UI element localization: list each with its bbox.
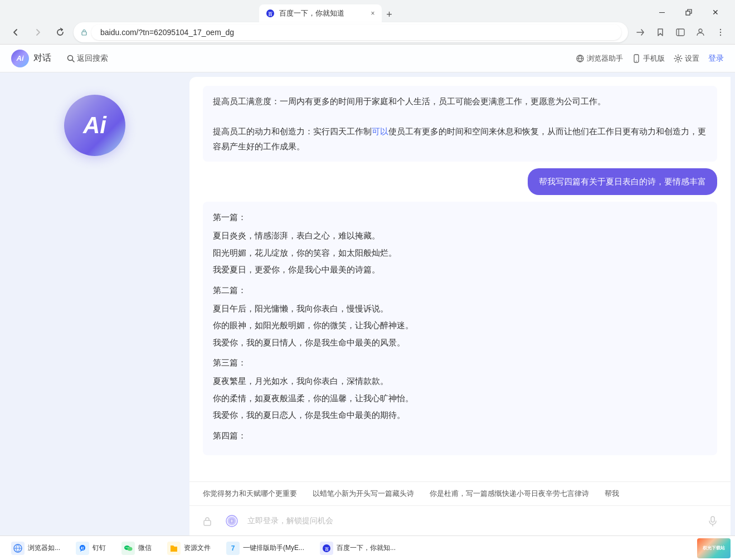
profile-icon[interactable] bbox=[693, 25, 708, 40]
suggestion-3[interactable]: 你是杜甫，写一篇感慨快递小哥日夜辛劳七言律诗 bbox=[425, 486, 593, 501]
mobile-version-button[interactable]: 手机版 bbox=[632, 53, 665, 64]
svg-text:百: 百 bbox=[268, 12, 272, 17]
chat-scroll-area[interactable]: 提高员工满意度：一周内有更多的时间用于家庭和个人生活，员工可能会更满意工作，更愿… bbox=[189, 77, 731, 481]
lock-button[interactable] bbox=[198, 512, 216, 530]
suggestion-2[interactable]: 以蜡笔小新为开头写一篇藏头诗 bbox=[308, 486, 418, 501]
active-tab[interactable]: 百 百度一下，你就知道 × bbox=[259, 4, 382, 22]
back-button[interactable] bbox=[7, 23, 25, 41]
poem-2: 第二篇： 夏日午后，阳光慵懒，我向你表白，慢慢诉说。 你的眼神，如阳光般明媚，你… bbox=[213, 283, 707, 351]
svg-text:百: 百 bbox=[325, 547, 329, 551]
close-button[interactable]: ✕ bbox=[703, 3, 728, 21]
maximize-button[interactable] bbox=[676, 3, 702, 21]
svg-point-17 bbox=[677, 57, 680, 60]
left-panel: Ai bbox=[0, 72, 189, 535]
svg-rect-21 bbox=[711, 517, 714, 522]
poem-2-line-3: 我爱你，我的夏日情人，你是我生命中最美的风景。 bbox=[213, 335, 707, 351]
taskbar-files[interactable]: 资源文件 bbox=[160, 538, 217, 558]
suggestion-4[interactable]: 帮我 bbox=[600, 486, 624, 501]
ai-sparkle-button[interactable] bbox=[223, 512, 241, 530]
ai-logo-icon: Ai bbox=[11, 50, 29, 67]
ai-message-1: 提高员工满意度：一周内有更多的时间用于家庭和个人生活，员工可能会更满意工作，更愿… bbox=[203, 86, 717, 162]
ai-avatar: Ai bbox=[64, 95, 125, 156]
taskbar-myepack-label: 一键排版助手(MyE... bbox=[243, 543, 304, 553]
svg-rect-5 bbox=[676, 29, 684, 36]
ai-text-creativity: 提高员工的动力和创造力：实行四天工作制可以使员工有更多的时间和空间来休息和恢复，… bbox=[213, 124, 707, 154]
header-title: 对话 bbox=[33, 52, 51, 64]
address-bar bbox=[0, 20, 735, 45]
address-input-wrapper[interactable] bbox=[74, 22, 628, 42]
new-tab-button[interactable]: + bbox=[382, 7, 397, 22]
url-input[interactable] bbox=[91, 25, 621, 40]
ai-text-satisfaction: 提高员工满意度：一周内有更多的时间用于家庭和个人生活，员工可能会更满意工作，更愿… bbox=[213, 94, 707, 109]
svg-rect-18 bbox=[204, 520, 211, 525]
svg-point-27 bbox=[126, 547, 127, 548]
poem-1: 第一篇： 夏日炎炎，情感澎湃，表白之心，难以掩藏。 阳光明媚，花儿绽放，你的笑容… bbox=[213, 210, 707, 278]
suggestion-1[interactable]: 你觉得努力和天赋哪个更重要 bbox=[198, 486, 301, 501]
tab-bar: 百 百度一下，你就知道 × + bbox=[255, 2, 402, 22]
back-label: 返回搜索 bbox=[77, 53, 108, 64]
browser-helper-label: 浏览器助手 bbox=[587, 53, 623, 64]
taskbar-baidu[interactable]: 百 百度一下，你就知... bbox=[313, 538, 402, 558]
taskbar-wechat-icon bbox=[121, 542, 135, 555]
main-area: Ai 提高员工满意度：一周内有更多的时间用于家庭和个人生活，员工可能会更满意工作… bbox=[0, 72, 735, 535]
user-bubble: 帮我写四篇有关于夏日表白的诗，要情感丰富 bbox=[528, 168, 717, 195]
taskbar: 浏览器如... 钉 钉钉 微信 资源文件 7 一键排版助手(MyE... 百 百… bbox=[0, 535, 735, 560]
settings-icon bbox=[674, 54, 683, 63]
tab-close-button[interactable]: × bbox=[371, 9, 374, 17]
refresh-button[interactable] bbox=[51, 23, 69, 41]
taskbar-baidu-label: 百度一下，你就知... bbox=[337, 543, 396, 553]
menu-icon[interactable] bbox=[713, 25, 728, 40]
svg-rect-3 bbox=[82, 32, 86, 35]
user-message-container: 帮我写四篇有关于夏日表白的诗，要情感丰富 bbox=[203, 168, 717, 195]
login-prompt-text[interactable]: 立即登录，解锁提问机会 bbox=[247, 516, 697, 526]
taskbar-myepack[interactable]: 7 一键排版助手(MyE... bbox=[220, 538, 311, 558]
taskbar-baidu-icon: 百 bbox=[320, 542, 333, 555]
input-bar: 立即登录，解锁提问机会 bbox=[189, 505, 731, 535]
poem-3-line-1: 夏夜繁星，月光如水，我向你表白，深情款款。 bbox=[213, 373, 707, 389]
highlight-text: 可以 bbox=[372, 126, 388, 136]
taskbar-dingtalk-label: 钉钉 bbox=[93, 543, 106, 553]
sidebar-toggle-icon[interactable] bbox=[673, 25, 688, 40]
login-button[interactable]: 登录 bbox=[708, 53, 724, 64]
back-to-search[interactable]: 返回搜索 bbox=[62, 51, 113, 66]
share-icon[interactable] bbox=[632, 25, 648, 40]
header-logo: Ai 对话 bbox=[11, 50, 51, 67]
taskbar-wechat[interactable]: 微信 bbox=[115, 538, 158, 558]
browser-helper-button[interactable]: 浏览器助手 bbox=[576, 53, 623, 64]
forward-button[interactable] bbox=[29, 23, 47, 41]
browser-helper-icon bbox=[576, 54, 585, 63]
svg-text:钉: 钉 bbox=[80, 546, 85, 550]
window-controls: ─ ✕ bbox=[649, 3, 728, 21]
ai-logo-text: Ai bbox=[17, 54, 24, 62]
taskbar-wechat-label: 微信 bbox=[138, 543, 152, 553]
mobile-icon bbox=[632, 54, 641, 63]
sparkle-icon bbox=[226, 515, 238, 527]
poem-1-line-1: 夏日炎炎，情感澎湃，表白之心，难以掩藏。 bbox=[213, 228, 707, 244]
poem-2-line-2: 你的眼神，如阳光般明媚，你的微笑，让我心醉神迷。 bbox=[213, 318, 707, 334]
svg-line-12 bbox=[72, 60, 75, 62]
poem-2-title: 第二篇： bbox=[213, 283, 707, 298]
svg-point-16 bbox=[636, 60, 637, 61]
taskbar-dingtalk[interactable]: 钉 钉钉 bbox=[69, 538, 113, 558]
poem-2-line-1: 夏日午后，阳光慵懒，我向你表白，慢慢诉说。 bbox=[213, 301, 707, 317]
voice-button[interactable] bbox=[704, 512, 722, 530]
svg-marker-4 bbox=[658, 29, 663, 36]
lock-icon bbox=[202, 515, 213, 527]
taskbar-corner-badge: 权光下载站 bbox=[697, 538, 731, 558]
chat-panel: 提高员工满意度：一周内有更多的时间用于家庭和个人生活，员工可能会更满意工作，更愿… bbox=[189, 77, 731, 535]
settings-label: 设置 bbox=[685, 53, 699, 64]
poem-1-line-2: 阳光明媚，花儿绽放，你的笑容，如太阳般灿烂。 bbox=[213, 245, 707, 261]
svg-rect-2 bbox=[686, 11, 690, 15]
tab-title: 百度一下，你就知道 bbox=[279, 8, 344, 18]
settings-button[interactable]: 设置 bbox=[674, 53, 699, 64]
svg-point-9 bbox=[720, 31, 721, 32]
bookmark-icon[interactable] bbox=[653, 25, 668, 40]
taskbar-dingtalk-icon: 钉 bbox=[76, 542, 89, 555]
taskbar-files-icon bbox=[167, 542, 181, 555]
svg-point-10 bbox=[720, 34, 721, 35]
poem-3: 第三篇： 夏夜繁星，月光如水，我向你表白，深情款款。 你的柔情，如夏夜般温柔，你… bbox=[213, 355, 707, 423]
minimize-button[interactable]: ─ bbox=[649, 3, 675, 21]
taskbar-browser-label: 浏览器如... bbox=[28, 543, 60, 553]
page-header: Ai 对话 返回搜索 浏览器助手 手机版 设置 登录 bbox=[0, 45, 735, 72]
taskbar-browser[interactable]: 浏览器如... bbox=[4, 538, 67, 558]
